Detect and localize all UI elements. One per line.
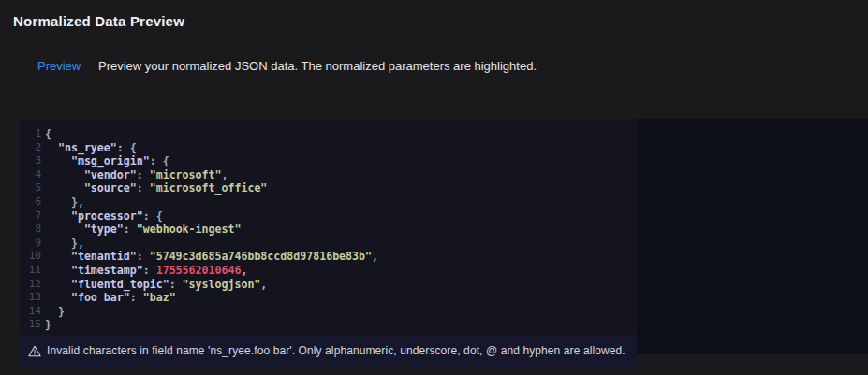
code-token: : (130, 291, 143, 305)
code-token: "foo bar" (71, 291, 130, 305)
code-line: 15} (27, 318, 637, 332)
code-token: : (137, 181, 150, 195)
code-token: : (169, 278, 183, 292)
code-line: 3 "msg_origin": { (27, 154, 637, 168)
line-number: 6 (27, 195, 41, 209)
code-token (45, 168, 84, 182)
code-token (45, 264, 71, 278)
code-token: "microsoft" (150, 168, 222, 182)
code-token: "source" (84, 181, 137, 195)
code-token (45, 181, 84, 195)
code-token: "fluentd_topic" (71, 278, 169, 292)
line-number: 11 (27, 264, 41, 278)
line-number: 2 (27, 141, 41, 155)
code-token: "timestamp" (71, 264, 143, 278)
code-line: 9 }, (27, 237, 637, 251)
code-token: "vendor" (84, 168, 137, 182)
code-token (45, 223, 84, 237)
code-token: "msg_origin" (71, 154, 150, 168)
code-line: 11 "timestamp": 1755562010646, (27, 264, 637, 278)
code-token: } (45, 305, 65, 319)
code-token: : { (150, 154, 169, 168)
line-number: 5 (27, 181, 41, 195)
tab-preview[interactable]: Preview (37, 59, 81, 73)
code-token: , (241, 264, 247, 278)
code-line: 8 "type": "webhook-ingest" (27, 223, 637, 237)
validation-warning-bar: Invalid characters in field name 'ns_rye… (20, 335, 637, 367)
code-line: 6 }, (27, 195, 637, 209)
code-token: "baz" (143, 291, 176, 305)
code-token: "processor" (71, 209, 143, 224)
code-token: "microsoft_office" (150, 181, 268, 195)
code-token (45, 278, 71, 292)
code-token: , (221, 168, 228, 182)
code-token: 1755562010646 (156, 264, 242, 278)
code-token: : (137, 168, 150, 182)
line-number: 13 (27, 291, 41, 305)
code-token (45, 154, 71, 168)
code-token: : (137, 250, 150, 264)
validation-warning-text: Invalid characters in field name 'ns_rye… (47, 344, 625, 357)
code-line: 2 "ns_ryee": { (27, 141, 637, 155)
code-token (45, 291, 71, 305)
line-number: 4 (27, 168, 41, 182)
code-token: }, (45, 195, 84, 209)
code-line: 12 "fluentd_topic": "syslogjson", (27, 278, 637, 292)
code-line: 10 "tenantid": "5749c3d685a746bb8ccd8d97… (27, 250, 637, 264)
code-line: 1{ (27, 127, 637, 141)
line-number: 7 (27, 209, 41, 224)
code-token: , (372, 250, 378, 264)
normalized-data-preview-page: Normalized Data Preview Preview Preview … (0, 0, 868, 375)
code-token: : { (143, 209, 163, 224)
preview-description: Preview your normalized JSON data. The n… (98, 59, 537, 73)
line-number: 8 (27, 223, 41, 237)
json-code-block: 1{2 "ns_ryee": {3 "msg_origin": {4 "vend… (20, 119, 637, 332)
line-number: 12 (27, 278, 41, 292)
code-line: 14 } (27, 305, 637, 319)
code-token: : (124, 223, 137, 237)
json-preview-screenshot: 1{2 "ns_ryee": {3 "msg_origin": {4 "vend… (20, 119, 637, 367)
line-number: 9 (27, 237, 41, 251)
code-token: "tenantid" (71, 250, 137, 264)
code-line: 5 "source": "microsoft_office" (27, 181, 637, 195)
code-token: "type" (84, 223, 124, 237)
code-token: : { (117, 141, 137, 155)
code-token: } (45, 318, 51, 332)
code-line: 4 "vendor": "microsoft", (27, 168, 637, 182)
page-title: Normalized Data Preview (13, 13, 184, 29)
code-token: "syslogjson" (183, 278, 261, 292)
code-token (45, 250, 71, 264)
code-token (45, 209, 71, 224)
code-token: "5749c3d685a746bb8ccd8d97816be83b" (150, 250, 372, 264)
code-token: : (143, 264, 156, 278)
code-token: { (45, 127, 51, 141)
code-line: 7 "processor": { (27, 209, 637, 224)
line-number: 3 (27, 154, 41, 168)
code-line: 13 "foo bar": "baz" (27, 291, 637, 305)
line-number: 10 (27, 250, 41, 264)
code-token (45, 141, 58, 155)
line-number: 1 (27, 127, 41, 141)
line-number: 14 (27, 305, 41, 319)
line-number: 15 (27, 318, 41, 332)
code-token: , (260, 278, 267, 292)
code-token: }, (45, 237, 84, 251)
code-token: "ns_ryee" (58, 141, 117, 155)
warning-triangle-icon (28, 345, 41, 357)
code-token: "webhook-ingest" (137, 223, 242, 237)
